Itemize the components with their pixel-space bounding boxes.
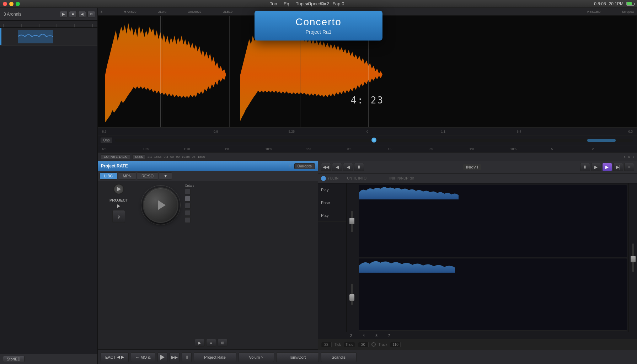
mixer-label-truck: Truck — [379, 343, 387, 347]
timeline-area: 8 H A4B20 ULeru OnU6022 ULE19 RESCED Scr… — [98, 8, 637, 364]
mixer-content: Play Pase Play — [318, 183, 637, 332]
scandis-btn[interactable]: Scandis — [321, 352, 357, 362]
mixer-field-2[interactable]: Trs.c — [344, 342, 355, 347]
panel-options-icon[interactable]: ≡ — [288, 163, 291, 169]
tab-libc[interactable]: LIBC — [100, 172, 117, 180]
project-play-icon[interactable] — [117, 204, 120, 208]
mixer-field-4[interactable]: 110 — [390, 342, 401, 347]
bottom-fastfwd-btn[interactable]: ▶▶ — [170, 352, 180, 362]
fader-2[interactable] — [351, 284, 353, 305]
clock-display: 20.1PM — [609, 1, 623, 6]
ctrl-btn-4[interactable] — [185, 210, 191, 216]
mixer-circle-btn[interactable] — [371, 342, 376, 347]
tab-reiso[interactable]: RE:SO — [137, 172, 158, 180]
bottom-pause-btn[interactable]: ⏸ — [182, 352, 192, 362]
panel-controls-row: ▶ ≡ ⊞ — [195, 339, 228, 347]
panel-btn-list[interactable]: ≡ — [206, 339, 216, 347]
bottom-play-btn[interactable] — [157, 352, 167, 362]
sidebar-tracks — [0, 28, 97, 354]
project-rate-btn[interactable]: Project Rate — [194, 352, 236, 362]
mixer-label-tick: Tick — [334, 343, 341, 347]
battery-icon — [626, 2, 634, 6]
mixer-dot — [321, 176, 326, 181]
volume-fader-thumb[interactable] — [631, 256, 636, 262]
maximize-button[interactable] — [16, 2, 20, 6]
minimize-button[interactable] — [9, 2, 14, 6]
mixer-label-2: UNTIL INTO — [347, 176, 366, 180]
time-markers-row: 6:3 1.65 1:10 1:8 10:8 1:0 0:6 1:0 0:5 1… — [98, 145, 637, 152]
sidebar-loop-btn[interactable]: ↺ — [87, 11, 95, 17]
transport-section: ◀◀ ◀ ◀ ⏸ INroV I ⏸ ▶ ▶ ▶| ≡ — [318, 161, 637, 350]
mo-btn[interactable]: ← MO & — [131, 352, 155, 362]
wm-8: 8 — [375, 334, 378, 338]
saes-btn[interactable]: S4ES — [132, 154, 145, 159]
transport-forward-btn[interactable]: ▶ — [591, 163, 601, 171]
sidebar-play-btn[interactable]: ▶ — [60, 11, 68, 17]
sidebar-prev-btn[interactable]: ◀ — [78, 11, 86, 17]
ctrl-btn-2[interactable] — [185, 196, 191, 202]
transport-pause-btn[interactable]: ⏸ — [354, 163, 364, 171]
wm-2: 2 — [350, 334, 352, 338]
menu-bar: Too Eq Tuptsrup Dp Fap 0 — [267, 1, 347, 6]
left-sidebar: 3 Aronnis ▶ ■ ◀ ↺ — [0, 8, 98, 364]
transport-pause-2-btn[interactable]: ⏸ — [580, 163, 590, 171]
close-button[interactable] — [3, 2, 7, 6]
mini-waveform-1 — [359, 185, 627, 257]
mixer-track-pase: Pase — [318, 196, 346, 209]
volume-fader[interactable] — [632, 243, 634, 272]
menu-fap0[interactable]: Fap 0 — [330, 1, 347, 6]
transport-rewind-btn[interactable]: ◀◀ — [321, 163, 331, 171]
panel-btn-play[interactable]: ▶ — [195, 339, 205, 347]
mixer-field-3[interactable]: 20 — [358, 342, 369, 347]
eact-btn[interactable]: EACT ◀ ▶ — [101, 352, 129, 362]
waveform-markers: 2 4 8 7 — [318, 332, 637, 339]
mixer-field-1[interactable]: 22 — [321, 342, 332, 347]
menu-too[interactable]: Too — [267, 1, 280, 6]
track-name-field[interactable]: Ono — [101, 138, 112, 143]
mixer-label-4: :IIr — [410, 176, 414, 180]
cntars-label: Cntars — [185, 184, 192, 187]
main-knob[interactable] — [139, 184, 182, 226]
cofre-row: COFRE 1 1ACK S4ES 2:1 18S5 0:4 00 90 19:… — [98, 152, 637, 161]
menu-eq[interactable]: Eq — [281, 1, 292, 6]
tab-arrow[interactable]: ▼ — [159, 172, 172, 180]
tab-mpn[interactable]: MPN — [118, 172, 136, 180]
fader-1[interactable] — [351, 211, 353, 232]
ctrl-btn-5[interactable] — [185, 217, 191, 223]
music-note-btn[interactable]: ♪ — [112, 210, 125, 223]
transport-left-btns: ◀◀ ◀ ◀ ⏸ — [321, 163, 364, 171]
storied-button[interactable]: StorIED — [3, 356, 25, 362]
sidebar-ruler — [0, 21, 97, 28]
panel-btn-grid[interactable]: ⊞ — [218, 339, 228, 347]
ctrl-btn-3[interactable] — [185, 203, 191, 209]
sidebar-stop-btn[interactable]: ■ — [69, 11, 77, 17]
time-display: 4: 23 — [351, 95, 384, 106]
playhead-indicator — [371, 138, 376, 143]
concerto-title: Concerto — [263, 16, 374, 28]
options-label[interactable]: Oанорts — [294, 163, 315, 169]
cofre-btn[interactable]: COFRE 1 1ACK — [101, 154, 130, 159]
knob-body[interactable] — [143, 187, 178, 223]
title-bar: Too Eq Tuptsrup Dp Fap 0 Concerto2 0:8:0… — [0, 0, 637, 8]
ctrl-btn-1[interactable] — [185, 189, 191, 194]
bottom-section: Project RATE ≡ Oанорts LIBC MPN RE:SO ▼ — [98, 161, 637, 350]
panel-title: Project RATE — [101, 164, 285, 168]
sidebar-toolbar: 3 Aronnis ▶ ■ ◀ ↺ — [0, 8, 97, 21]
mixer-track-play: Play — [318, 183, 346, 196]
knob-play-icon — [158, 200, 166, 210]
concerto-overlay: Concerto Project Ra1 — [255, 11, 382, 41]
tomcort-btn[interactable]: Tom//Cort — [276, 352, 319, 362]
project-section: PROJECT ♪ — [101, 184, 136, 347]
panel-bottom-btns: ▶ ≡ ⊞ — [195, 184, 228, 347]
transport-backward-btn[interactable]: ◀ — [343, 163, 353, 171]
transport-list-btn[interactable]: ≡ — [624, 163, 634, 171]
volum-btn[interactable]: Volum > — [239, 352, 274, 362]
transport-next-btn[interactable]: ▶| — [613, 163, 623, 171]
waveform-scrollbar[interactable]: Ono — [98, 135, 637, 145]
mixer-label-1: YUCIN — [327, 176, 338, 180]
transport-prev-btn[interactable]: ◀ — [332, 163, 342, 171]
transport-play-btn[interactable]: ▶ — [602, 163, 612, 171]
transport-mode-label: INroV I — [463, 164, 481, 170]
panel-header: Project RATE ≡ Oанорts — [98, 161, 318, 171]
bottom-toolbar: EACT ◀ ▶ ← MO & ▶▶ ⏸ Project Rate Volum … — [98, 350, 637, 364]
